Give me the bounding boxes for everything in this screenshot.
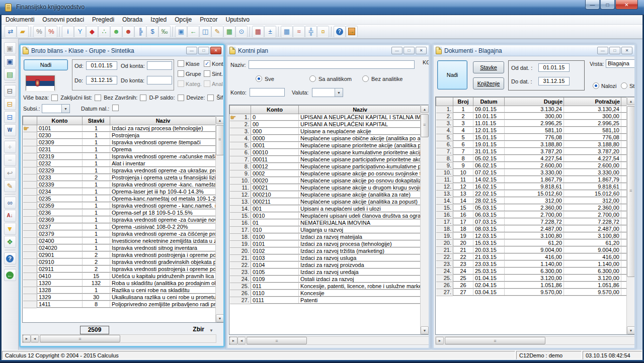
table-row[interactable]: 26.0110Koncesije <box>230 290 422 297</box>
scroll-thumb[interactable] <box>421 114 429 137</box>
row-header-cell[interactable] <box>23 202 37 209</box>
cell[interactable]: Izdaci za razvoj mateijala <box>299 233 422 240</box>
print-export-icon[interactable]: ⊟ <box>4 111 16 123</box>
col-naziv[interactable]: Naziv <box>110 117 216 125</box>
row-header-cell[interactable] <box>23 237 37 244</box>
help-icon[interactable]: ? <box>4 252 16 264</box>
sint-checkbox[interactable] <box>204 70 210 77</box>
cell[interactable]: 61,20 <box>505 239 564 246</box>
table-row[interactable]: 8.805.02.154.227,544.227,54 <box>436 155 628 162</box>
zakljucni-checkbox[interactable] <box>95 95 101 101</box>
table-row[interactable]: 02311Oprema <box>23 146 216 153</box>
cell[interactable]: 2.700,00 <box>505 211 564 218</box>
table-row[interactable]: 023291Ispravka vrednosti opreme -za ukra… <box>23 167 216 174</box>
col-stavki[interactable]: Stavki <box>83 117 110 125</box>
cell[interactable]: Učešća u kapitalu pridruženih pravnih li… <box>110 273 216 280</box>
cell[interactable]: Ispravka vrednosti građevinskih objekata… <box>110 258 216 265</box>
vise-baza-checkbox[interactable] <box>51 95 58 101</box>
cell[interactable]: Ispravka vrednosti opreme štempači <box>110 139 216 146</box>
cell[interactable]: 0010 <box>251 212 299 219</box>
cell[interactable]: 9.570,00 <box>564 289 621 296</box>
row-header-cell[interactable] <box>23 216 37 223</box>
table-row[interactable]: 1.109.01.153.130,243.130,24 <box>436 106 628 113</box>
row-header-cell[interactable]: 23. <box>436 260 453 267</box>
table-row[interactable]: 16.1606.03.152.700,002.700,00 <box>436 211 628 218</box>
cell[interactable]: 9.570,00 <box>505 289 564 296</box>
table-row[interactable]: 21.2120.03.159.004,009.004,00 <box>436 246 628 253</box>
cell[interactable]: Ispravka vrednosti sitnog inventara <box>110 244 216 251</box>
table-row[interactable]: 14118Poljoprivredno zemljište pribavljen… <box>23 301 216 308</box>
dp-saldo-checkbox[interactable] <box>178 95 184 101</box>
cell[interactable]: 1329 <box>37 294 83 301</box>
cell[interactable]: 312,00 <box>505 197 564 204</box>
grupe-checkbox[interactable] <box>178 70 184 77</box>
cell[interactable]: 0001 <box>251 142 299 149</box>
table-row[interactable]: 7.00011Neuplaćene upisane participativne… <box>230 156 422 163</box>
org-chart-icon[interactable]: ∴ <box>99 26 110 37</box>
cell[interactable]: 0231 <box>37 146 83 153</box>
tree-branch-icon[interactable]: Y <box>74 26 86 37</box>
scroll-thumb[interactable] <box>40 335 120 342</box>
cell[interactable]: NEMATERIJALNA IMOVINA <box>299 219 422 226</box>
cell[interactable]: 0002 <box>251 170 299 177</box>
table-row[interactable]: 2.00UPISANI A NEUPLAĆENI KAPITAL <box>230 121 422 128</box>
child-maximize-button[interactable]: □ <box>404 47 415 54</box>
cell[interactable]: Izdaci za razvoj usluga <box>299 254 422 261</box>
save-icon[interactable]: ▣ <box>4 42 16 54</box>
cell[interactable]: 02379 <box>37 230 83 237</box>
window-table-icon[interactable]: ▦ <box>224 26 235 37</box>
cell[interactable]: Izdaci za razvoj uređaja <box>299 268 422 276</box>
row-header-cell[interactable]: 10. <box>230 177 251 184</box>
cell[interactable]: 1 <box>83 132 110 139</box>
refresh-document-icon[interactable]: ⇄ <box>5 26 16 37</box>
row-header-cell[interactable] <box>23 209 37 216</box>
cell[interactable]: 1 <box>83 188 110 195</box>
cell[interactable]: 02309 <box>37 139 83 146</box>
cell[interactable]: 02400 <box>37 237 83 244</box>
percent-table-icon[interactable]: ‰ <box>159 26 170 37</box>
cell[interactable]: 2.996,25 <box>564 120 621 127</box>
cell[interactable]: 27 <box>453 289 473 296</box>
table-row[interactable]: 20.0102Izdaci za razvoj tržišta (marketi… <box>230 247 422 254</box>
table-row[interactable]: 15.1505.03.152.360,002.360,00 <box>436 204 628 211</box>
table-row[interactable]: 9.906.02.152.600,002.600,00 <box>436 162 628 169</box>
cell[interactable]: 2.996,25 <box>505 120 564 127</box>
cell[interactable]: Ispravka vrednosti opreme -kanc. namešta… <box>110 181 216 188</box>
vertical-scrollbar[interactable]: ▲ ▼ <box>215 116 224 322</box>
tree-structure-icon[interactable]: ╬ <box>305 26 316 37</box>
cell[interactable]: Ispravka vrednosti postrojenja i opreme … <box>110 265 216 273</box>
cell[interactable]: 0234 <box>37 188 83 195</box>
cell[interactable]: Razlika u ceni robe na skladištu <box>110 287 216 294</box>
row-header-cell[interactable]: 16. <box>230 219 251 226</box>
row-header-cell[interactable]: 14. <box>230 205 251 212</box>
edit-notes-icon[interactable]: ✎ <box>4 180 16 192</box>
fit-window-icon[interactable]: ❖ <box>4 236 16 248</box>
cell[interactable]: 15 <box>83 273 110 280</box>
cell[interactable]: 15.01.15 <box>473 134 505 141</box>
cell[interactable]: 0110 <box>251 290 299 297</box>
cell[interactable]: 00012 <box>251 163 299 170</box>
cell[interactable]: 3.120,00 <box>505 275 564 282</box>
row-header-cell[interactable]: 17. <box>436 218 453 225</box>
row-header-cell[interactable] <box>23 132 37 139</box>
scroll-down-icon[interactable]: ▼ <box>216 314 224 322</box>
cell[interactable]: Ispravka vrednosti postrojenja i opreme … <box>110 251 216 258</box>
cell[interactable]: Oprema-kanc.nameštaj od metala 109-1-2 1… <box>110 195 216 202</box>
cell[interactable]: 581,10 <box>505 127 564 134</box>
table-row[interactable]: 24.0109Ostali izdaci za razvoj <box>230 276 422 283</box>
row-header-cell[interactable]: 22. <box>436 253 453 260</box>
word-export-icon[interactable]: W <box>4 124 16 136</box>
cell[interactable]: 02339 <box>37 181 83 188</box>
row-header-cell[interactable]: 4. <box>230 135 251 142</box>
klase-checkbox[interactable] <box>178 60 184 67</box>
cell[interactable]: 3.330,00 <box>505 169 564 176</box>
row-header-cell[interactable]: 11. <box>230 184 251 191</box>
table-row[interactable]: 13281Razlika u ceni robe na skladištu <box>23 287 216 294</box>
invoice-money-icon[interactable]: $ <box>147 26 158 37</box>
bez-zavrsnih-checkbox[interactable] <box>140 95 146 101</box>
cell[interactable]: 05.03.15 <box>473 204 505 211</box>
scroll-left-icon[interactable]: ◄ <box>31 335 39 342</box>
table-row[interactable]: 23.2323.03.151.140,001.140,00 <box>436 260 628 267</box>
scroll-right-icon[interactable]: ► <box>229 337 237 344</box>
cell[interactable]: 1 <box>83 202 110 209</box>
